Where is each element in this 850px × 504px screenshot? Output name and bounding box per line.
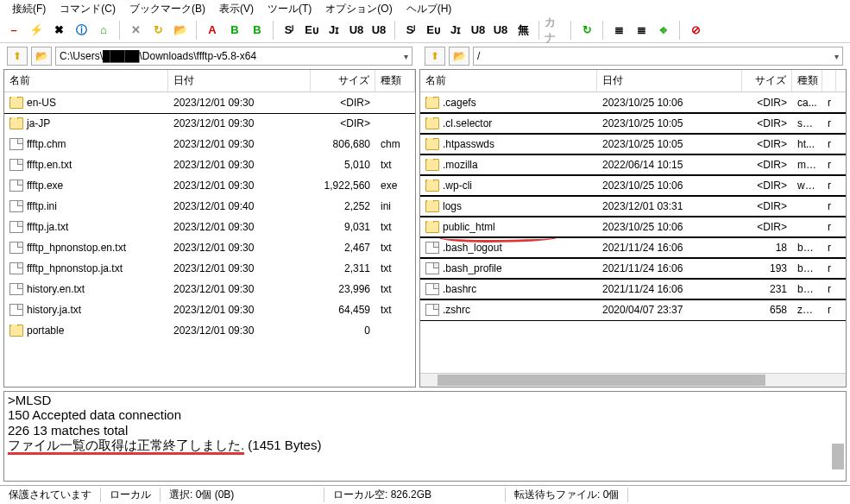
toolbar-btn-1[interactable]: ⚡: [26, 20, 47, 41]
col-size[interactable]: サイズ: [311, 70, 375, 91]
log-scrollbar-thumb[interactable]: [832, 444, 844, 469]
local-up-button[interactable]: ⬆: [7, 47, 28, 66]
toolbar-btn-29[interactable]: ↻: [576, 20, 597, 41]
menu-help[interactable]: ヘルプ(H): [400, 2, 459, 16]
toolbar-btn-32[interactable]: ≣: [631, 20, 652, 41]
list-item[interactable]: logs2023/12/01 03:31<DIR>r: [420, 196, 846, 217]
toolbar-btn-8[interactable]: 📂: [170, 20, 191, 41]
local-path-input[interactable]: C:\Users\█████\Downloads\ffftp-v5.8-x64 …: [55, 47, 412, 66]
file-name: ja-JP: [27, 117, 50, 129]
list-item[interactable]: ffftp.ja.txt2023/12/01 09:309,031txt: [4, 217, 415, 237]
toolbar-btn-10[interactable]: A: [202, 20, 223, 41]
cell-c-date: 2023/12/01 09:30: [168, 262, 311, 274]
toolbar-btn-14[interactable]: Sᴶ: [279, 20, 299, 41]
cell-c-size: 64,459: [311, 304, 375, 316]
col-type[interactable]: 種類: [375, 70, 415, 91]
toolbar-btn-21[interactable]: Eᴜ: [423, 20, 444, 41]
remote-scrollbar[interactable]: [420, 373, 846, 387]
log-line: >MLSD: [8, 393, 842, 407]
toolbar-btn-25[interactable]: 無: [513, 20, 533, 41]
list-item[interactable]: history.en.txt2023/12/01 09:3023,996txt: [4, 279, 415, 299]
list-item[interactable]: history.ja.txt2023/12/01 09:3064,459txt: [4, 299, 415, 320]
list-item[interactable]: ffftp.exe2023/12/01 09:301,922,560exe: [4, 175, 415, 196]
list-item[interactable]: ffftp.ini2023/12/01 09:402,252ini: [4, 196, 415, 217]
list-item[interactable]: ffftp_hpnonstop.ja.txt2023/12/01 09:302,…: [4, 258, 415, 279]
folder-icon: [425, 117, 439, 129]
toolbar-btn-4[interactable]: ⌂: [93, 20, 114, 41]
list-item[interactable]: en-US2023/12/01 09:30<DIR>: [4, 92, 415, 113]
cell-c-type: zsh...: [792, 304, 822, 316]
menu-bar: 接続(F) コマンド(C) ブックマーク(B) 表示(V) ツール(T) オプシ…: [0, 0, 850, 17]
list-item[interactable]: .zshrc2020/04/07 23:37658zsh...r: [420, 299, 846, 320]
list-item[interactable]: ffftp.chm2023/12/01 09:30806,680chm: [4, 134, 415, 154]
list-item[interactable]: ffftp_hpnonstop.en.txt2023/12/01 09:302,…: [4, 237, 415, 258]
remote-file-list[interactable]: .cagefs2023/10/25 10:06<DIR>ca...r.cl.se…: [420, 92, 846, 373]
toolbar-btn-22[interactable]: Jɪ: [445, 20, 466, 41]
toolbar-btn-33[interactable]: ⎆: [653, 20, 674, 41]
col-name[interactable]: 名前: [4, 70, 168, 91]
remote-path-input[interactable]: / ▾: [473, 47, 843, 66]
folder-icon: [9, 117, 23, 129]
list-item[interactable]: .bash_profile2021/11/24 16:06193ba...r: [420, 258, 846, 279]
cell-c-size: <DIR>: [742, 180, 792, 192]
menu-view[interactable]: 表示(V): [212, 2, 261, 16]
chevron-down-icon[interactable]: ▾: [834, 52, 839, 61]
log-pane[interactable]: >MLSD 150 Accepted data connection 226 1…: [3, 391, 847, 482]
toolbar-btn-7[interactable]: ↻: [148, 20, 168, 41]
cell-c-type: txt: [375, 283, 415, 295]
list-item[interactable]: .cagefs2023/10/25 10:06<DIR>ca...r: [420, 92, 846, 113]
toolbar-btn-16[interactable]: Jɪ: [324, 20, 344, 41]
file-name: .htpasswds: [443, 138, 494, 150]
cell-attr: r: [822, 200, 836, 212]
list-item[interactable]: .mozilla2022/06/14 10:15<DIR>mo...r: [420, 154, 846, 175]
col-date[interactable]: 日付: [168, 70, 311, 91]
menu-bookmark[interactable]: ブックマーク(B): [123, 2, 212, 16]
list-item[interactable]: portable2023/12/01 09:300: [4, 320, 415, 341]
list-item[interactable]: .bash_logout2021/11/24 16:0618ba...r: [420, 237, 846, 258]
list-item[interactable]: ja-JP2023/12/01 09:30<DIR>: [4, 113, 415, 134]
toolbar-btn-15[interactable]: Eᴜ: [301, 20, 322, 41]
toolbar-btn-11[interactable]: B: [224, 20, 245, 41]
cell-c-size: <DIR>: [742, 138, 792, 150]
remote-up-button[interactable]: ⬆: [425, 47, 445, 66]
col-size[interactable]: サイズ: [742, 70, 792, 91]
col-type[interactable]: 種類: [792, 70, 822, 91]
col-name[interactable]: 名前: [420, 70, 597, 91]
scrollbar-thumb[interactable]: [438, 375, 765, 386]
toolbar-btn-6[interactable]: ✕: [125, 20, 146, 41]
toolbar-btn-20[interactable]: Sᴶ: [400, 20, 421, 41]
cell-c-date: 2023/10/25 10:05: [597, 138, 742, 150]
menu-tools[interactable]: ツール(T): [261, 2, 318, 16]
remote-columns: 名前 日付 サイズ 種類: [420, 70, 846, 92]
list-item[interactable]: .bashrc2021/11/24 16:06231ba...r: [420, 279, 846, 299]
menu-command[interactable]: コマンド(C): [53, 2, 123, 16]
toolbar-btn-0[interactable]: –: [3, 20, 24, 41]
chevron-down-icon[interactable]: ▾: [404, 52, 408, 61]
toolbar-btn-12[interactable]: B: [247, 20, 268, 41]
status-selected: 選択: 0個 (0B): [161, 488, 324, 502]
remote-open-button[interactable]: 📂: [449, 47, 469, 66]
col-date[interactable]: 日付: [597, 70, 742, 91]
local-open-button[interactable]: 📂: [31, 47, 52, 66]
list-item[interactable]: ffftp.en.txt2023/12/01 09:305,010txt: [4, 154, 415, 175]
toolbar-btn-18[interactable]: U8: [368, 20, 389, 41]
toolbar-btn-27[interactable]: カナ: [545, 20, 565, 41]
toolbar-btn-24[interactable]: U8: [490, 20, 511, 41]
toolbar-btn-31[interactable]: ≣: [608, 20, 629, 41]
toolbar-btn-17[interactable]: U8: [346, 20, 367, 41]
list-item[interactable]: public_html2023/10/25 10:06<DIR>r: [420, 217, 846, 237]
file-name: portable: [27, 324, 64, 337]
col-attr[interactable]: [822, 70, 836, 91]
toolbar-btn-3[interactable]: ⓘ: [71, 20, 91, 41]
toolbar-btn-35[interactable]: ⊘: [685, 20, 706, 41]
list-item[interactable]: .htpasswds2023/10/25 10:05<DIR>ht...r: [420, 134, 846, 154]
menu-options[interactable]: オプション(O): [318, 2, 399, 16]
toolbar-btn-2[interactable]: ✖: [48, 20, 69, 41]
toolbar-btn-23[interactable]: U8: [468, 20, 488, 41]
list-item[interactable]: .wp-cli2023/10/25 10:06<DIR>wp...r: [420, 175, 846, 196]
menu-connection[interactable]: 接続(F): [5, 2, 53, 16]
local-file-list[interactable]: en-US2023/12/01 09:30<DIR>ja-JP2023/12/0…: [4, 92, 415, 387]
cell-c-size: 2,311: [311, 262, 375, 274]
folder-icon: [425, 180, 439, 192]
list-item[interactable]: .cl.selector2023/10/25 10:05<DIR>sel...r: [420, 113, 846, 134]
